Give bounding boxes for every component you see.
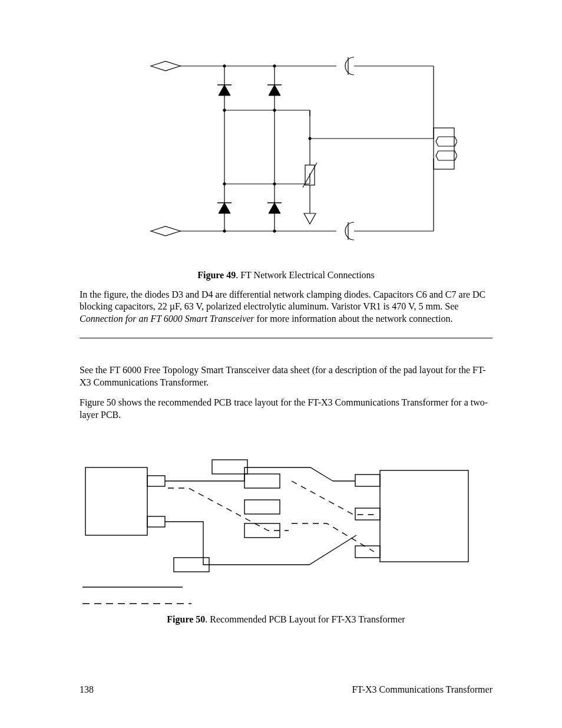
figure-49-caption-text: . FT Network Electrical Connections [236, 270, 375, 280]
page-number: 138 [80, 684, 94, 695]
svg-rect-35 [85, 467, 147, 535]
svg-rect-34 [434, 128, 454, 169]
svg-point-31 [223, 230, 225, 232]
svg-point-28 [273, 109, 275, 111]
para1-b: Connection for an FT 6000 Smart Transcei… [80, 314, 254, 324]
figure-50-caption: Figure 50. Recommended PCB Layout for FT… [80, 614, 492, 625]
paragraph-1: In the figure, the diodes D3 and D4 are … [80, 289, 492, 325]
svg-rect-45 [355, 508, 380, 520]
pcb-layout-svg [80, 447, 492, 612]
page-container: Figure 49. FT Network Electrical Connect… [0, 0, 562, 728]
schematic-svg [115, 42, 457, 255]
svg-point-26 [273, 65, 275, 67]
paragraph-2: See the FT 6000 Free Topology Smart Tran… [80, 364, 492, 388]
svg-rect-41 [244, 500, 280, 514]
svg-rect-40 [244, 474, 280, 488]
footer-title: FT-X3 Communications Transformer [352, 684, 492, 695]
svg-point-30 [273, 183, 275, 185]
svg-point-32 [273, 230, 275, 232]
figure-50-diagram [80, 447, 492, 612]
svg-point-33 [308, 137, 310, 140]
svg-rect-38 [212, 460, 247, 474]
svg-rect-46 [355, 546, 380, 558]
svg-rect-36 [147, 476, 165, 486]
svg-rect-37 [147, 516, 165, 527]
figure-49-label: Figure 49 [197, 270, 236, 280]
paragraph-3: Figure 50 shows the recommended PCB trac… [80, 397, 492, 421]
svg-point-29 [223, 183, 225, 185]
svg-rect-44 [355, 475, 380, 486]
svg-rect-43 [380, 470, 468, 562]
figure-50-label: Figure 50 [167, 614, 205, 624]
figure-49-diagram [80, 42, 492, 255]
figure-49-caption: Figure 49. FT Network Electrical Connect… [80, 270, 492, 281]
para1-c: for more information about the network c… [254, 314, 453, 324]
figure-50-caption-text: . Recommended PCB Layout for FT-X3 Trans… [205, 614, 405, 624]
svg-point-25 [223, 65, 225, 67]
page-footer: 138 FT-X3 Communications Transformer [80, 684, 492, 695]
para1-a: In the figure, the diodes D3 and D4 are … [80, 289, 485, 311]
horizontal-rule [80, 338, 492, 338]
svg-point-27 [223, 109, 225, 111]
